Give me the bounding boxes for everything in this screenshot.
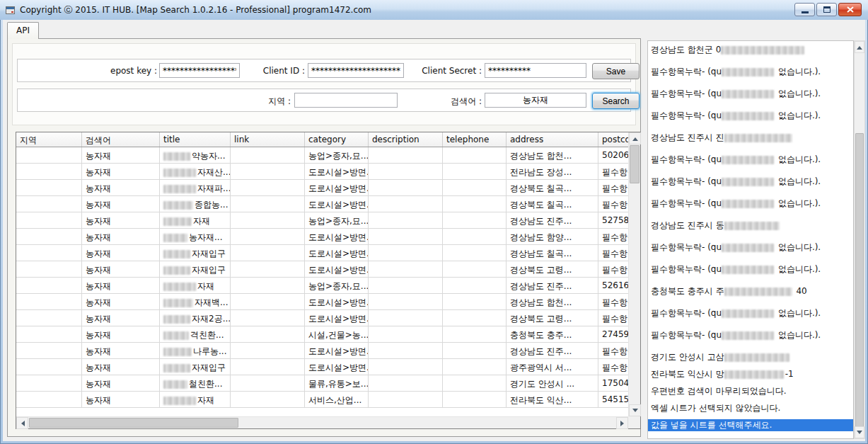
horizontal-scroll-thumb[interactable] (29, 418, 238, 428)
log-scroll-down-button[interactable] (855, 426, 864, 438)
cell-category: 도로시설>방면... (305, 245, 369, 261)
table-row[interactable]: 농자재격친환...시설,건물>농...충청북도 충주...27459 (16, 326, 628, 343)
log-item[interactable]: 경상남도 진주시 동 (651, 220, 853, 232)
cell-keyword: 농자재 (82, 180, 160, 195)
log-item[interactable]: 필수항목누락- (qu 없습니다.). (651, 307, 853, 319)
search-box: 지역 : 검색어 : Search (17, 89, 631, 112)
table-row[interactable]: 농자재자재백...도로시설>방면...경상남도 합천...필수항목누락 (16, 294, 628, 310)
log-item[interactable]: 필수항목누락- (qu 없습니다.). (651, 176, 853, 188)
column-header-link[interactable]: link (231, 132, 305, 147)
cell-keyword: 농자재 (82, 147, 160, 163)
log-item[interactable]: 필수항목누락- (qu 없습니다.). (651, 329, 853, 341)
log-item[interactable]: 경기도 안성시 고삼 (651, 351, 853, 363)
maximize-icon (823, 6, 831, 13)
log-item[interactable]: 필수항목누락- (qu 없습니다.). (651, 110, 853, 122)
log-item[interactable]: 필수항목누락- (qu 없습니다.). (651, 88, 853, 100)
table-row[interactable]: 농자재자재2공...도로시설>방면...경상북도 고령...필수항목누락 (16, 310, 628, 326)
client-secret-input[interactable] (485, 63, 586, 78)
client-id-input[interactable] (308, 63, 404, 78)
blurred-text (721, 46, 804, 55)
cell-title: 자재입구 (160, 261, 231, 277)
cell-link (231, 261, 305, 277)
log-scroll-up-button[interactable] (855, 41, 864, 53)
table-row[interactable]: 농자재자재입구도로시설>방면...경상북도 고령...필수항목누락 (16, 261, 628, 278)
grid-vertical-scrollbar[interactable] (628, 132, 640, 416)
table-row[interactable]: 농자재자재입구도로시설>방면...광주광역시 서...필수항목누락 (16, 359, 628, 375)
log-item[interactable]: 충청북도 충주시 주 40 (651, 285, 853, 297)
blurred-text (163, 234, 187, 242)
cell-keyword: 농자재 (82, 359, 160, 375)
column-header-address[interactable]: address (507, 132, 598, 147)
cell-telephone (443, 294, 507, 309)
cell-postcd: 52616 (598, 278, 628, 293)
table-row[interactable]: 농자재농자재...도로시설>방면...경상남도 함양...필수항목누락 (16, 229, 628, 245)
cell-telephone (443, 180, 507, 195)
table-row[interactable]: 농자재자재농업>종자,묘...경상남도 진주...52758 (16, 212, 628, 229)
log-item[interactable]: 필수항목누락- (qu 없습니다.). (651, 263, 853, 275)
titlebar[interactable]: Copyright ⓒ 2015. IT HUB. [Map Search 1.… (0, 0, 868, 20)
save-button[interactable]: Save (592, 63, 640, 79)
close-icon (847, 6, 854, 13)
scroll-up-button[interactable] (629, 132, 641, 144)
maximize-button[interactable] (816, 3, 837, 16)
log-item[interactable]: 필수항목누락- (qu 없습니다.). (651, 154, 853, 166)
column-header-postcd[interactable]: postcd (598, 132, 628, 147)
table-row[interactable]: 농자재자재서비스,산업...전라북도 익산...54515 (16, 392, 628, 408)
epost-key-input[interactable] (159, 63, 240, 78)
log-item[interactable]: 경상남도 진주시 진 (651, 132, 853, 144)
log-item[interactable]: 값을 넣을 시트를 선택해주세요. (648, 419, 853, 431)
blurred-text (722, 90, 774, 98)
log-item[interactable]: 전라북도 익산시 망-1 (651, 368, 853, 380)
column-header-title[interactable]: title (160, 132, 231, 147)
cell-address: 경상남도 함양... (507, 229, 598, 244)
credentials-box: epost key : Client ID : Client Secret : … (17, 59, 631, 82)
vertical-scroll-thumb[interactable] (630, 145, 640, 183)
table-row[interactable]: 농자재자재입구도로시설>방면...경상남도 칠곡...필수항목누락 (16, 245, 628, 261)
table-row[interactable]: 농자재종합농...도로시설>방면...경상북도 칠곡...필수항목누락 (16, 196, 628, 212)
log-item[interactable]: 필수항목누락- (qu 없습니다.). (651, 66, 853, 78)
log-item[interactable]: 필수항목누락- (qu 없습니다.). (651, 198, 853, 210)
blurred-text (724, 370, 784, 379)
cell-description (369, 359, 443, 375)
table-row[interactable]: 농자재자재산...도로시설>방면...전라남도 장성...필수항목누락 (16, 164, 628, 180)
log-vertical-scrollbar[interactable] (854, 40, 865, 439)
column-header-telephone[interactable]: telephone (443, 132, 507, 147)
column-header-category[interactable]: category (305, 132, 369, 147)
minimize-button[interactable] (794, 3, 815, 16)
log-item[interactable]: 우편번호 검색이 마무리되었습니다. (651, 385, 853, 397)
table-row[interactable]: 농자재철친환...물류,유통>보...경기도 안성시 ...17504 (16, 375, 628, 392)
cell-telephone (443, 375, 507, 391)
log-item[interactable]: 경상남도 합천군 0 (651, 44, 853, 56)
cell-address: 경상남도 합천... (507, 147, 598, 163)
table-row[interactable]: 농자재약농자...농업>종자,묘...경상남도 합천...50206 (16, 147, 628, 164)
tab-api[interactable]: API (7, 22, 39, 39)
cell-telephone (443, 164, 507, 179)
cell-link (231, 326, 305, 342)
cell-region (16, 212, 82, 228)
column-header-region[interactable]: 지역 (16, 132, 82, 147)
table-row[interactable]: 농자재나루농...도로시설>방면...경상남도 진주...필수항목누락 (16, 343, 628, 359)
keyword-input[interactable] (485, 93, 586, 108)
cell-keyword: 농자재 (82, 278, 160, 293)
grid-horizontal-scrollbar[interactable] (16, 416, 628, 428)
cell-description (369, 310, 443, 326)
table-row[interactable]: 농자재자재파...도로시설>방면...경상북도 칠곡...필수항목누락 (16, 180, 628, 196)
log-item[interactable]: 엑셀 시트가 선택되지 않았습니다. (651, 402, 853, 414)
close-button[interactable] (838, 3, 862, 16)
table-row[interactable]: 농자재자재농업>종자,묘...경상남도 진주...52616 (16, 278, 628, 294)
blurred-text (163, 152, 190, 161)
blurred-text (163, 169, 196, 177)
log-item[interactable]: 필수항목누락- (qu 없습니다.). (651, 241, 853, 254)
scroll-left-button[interactable] (16, 417, 28, 429)
cell-postcd: 17504 (598, 375, 628, 391)
column-header-keyword[interactable]: 검색어 (82, 132, 160, 147)
search-button[interactable]: Search (592, 93, 640, 109)
scroll-down-button[interactable] (629, 404, 641, 416)
region-input[interactable] (294, 93, 398, 108)
cell-category: 도로시설>방면... (305, 196, 369, 212)
column-header-description[interactable]: description (369, 132, 443, 147)
cell-telephone (443, 359, 507, 375)
scroll-right-button[interactable] (616, 417, 628, 429)
log-scroll-thumb[interactable] (855, 133, 864, 427)
cell-category: 도로시설>방면... (305, 359, 369, 375)
